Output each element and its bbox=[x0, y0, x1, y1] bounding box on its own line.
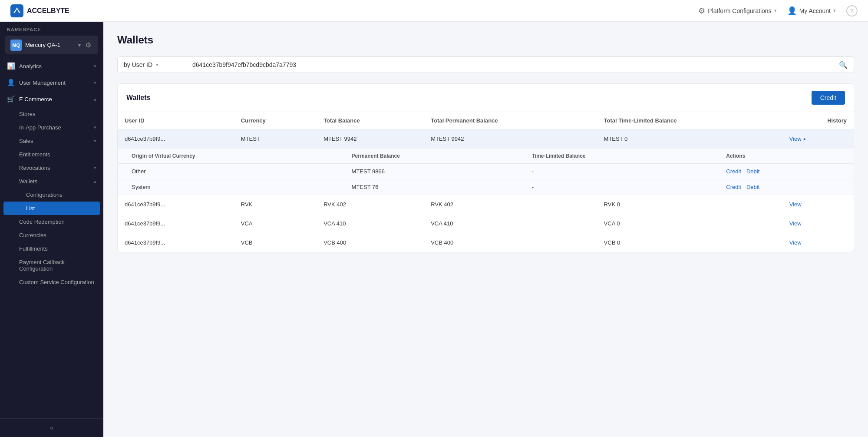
cell-total-balance: RVK 402 bbox=[317, 195, 424, 214]
view-button[interactable]: View ▴ bbox=[789, 136, 847, 142]
sidebar-item-configurations[interactable]: Configurations bbox=[0, 188, 103, 202]
credit-link[interactable]: Credit bbox=[726, 168, 741, 175]
gear-icon-ns[interactable]: ⚙ bbox=[83, 39, 93, 51]
search-input[interactable] bbox=[192, 61, 828, 68]
main-content: Wallets by User ID ▾ 🔍 Wallets Credit bbox=[103, 22, 868, 437]
chevron-icon-ec: ▴ bbox=[94, 96, 96, 102]
col-total-balance: Total Balance bbox=[317, 112, 424, 129]
cell-permanent-balance: VCA 410 bbox=[424, 214, 597, 233]
cell-user-id: d641ce37b9f9... bbox=[118, 129, 234, 149]
credit-link-system[interactable]: Credit bbox=[726, 184, 741, 190]
col-user-id: User ID bbox=[118, 112, 234, 129]
collapse-sidebar-button[interactable]: « bbox=[50, 424, 54, 432]
exp-cell-permanent: MTEST 9866 bbox=[338, 164, 518, 179]
page-title: Wallets bbox=[117, 34, 854, 46]
cell-time-limited-balance: RVK 0 bbox=[597, 195, 782, 214]
search-input-wrap bbox=[187, 57, 833, 73]
cell-user-id: d641ce37b9f9... bbox=[118, 233, 234, 252]
wallets-card: Wallets Credit User ID Currency Total Ba… bbox=[117, 83, 854, 252]
sidebar-item-currencies[interactable]: Currencies bbox=[0, 228, 103, 242]
exp-cell-time-limited: - bbox=[518, 164, 713, 179]
analytics-icon: 📊 bbox=[7, 62, 15, 70]
search-bar: by User ID ▾ 🔍 bbox=[117, 56, 854, 73]
logo-text: ACCELBYTE bbox=[27, 7, 69, 15]
ns-name: Mercury QA-1 bbox=[25, 42, 60, 48]
table-row: d641ce37b9f9... RVK RVK 402 RVK 402 RVK … bbox=[118, 195, 854, 214]
table-row: d641ce37b9f9... MTEST MTEST 9942 MTEST 9… bbox=[118, 129, 854, 149]
cell-permanent-balance: RVK 402 bbox=[424, 195, 597, 214]
exp-col-time-limited: Time-Limited Balance bbox=[518, 149, 713, 164]
credit-button[interactable]: Credit bbox=[812, 91, 845, 105]
chevron-down-icon-ns: ▾ bbox=[78, 42, 81, 48]
help-button[interactable]: ? bbox=[846, 5, 858, 17]
user-management-icon: 👤 bbox=[7, 79, 15, 86]
cell-time-limited-balance: VCB 0 bbox=[597, 233, 782, 252]
search-icon: 🔍 bbox=[839, 61, 848, 69]
namespace-selector[interactable]: MQ Mercury QA-1 ▾ ⚙ bbox=[5, 36, 98, 54]
exp-cell-actions: Credit Debit bbox=[712, 164, 854, 179]
platform-configs-label: Platform Configurations bbox=[708, 7, 771, 14]
my-account-menu[interactable]: 👤 My Account ▾ bbox=[787, 6, 836, 16]
chevron-icon-sales: ▾ bbox=[94, 138, 96, 144]
debit-link[interactable]: Debit bbox=[746, 168, 759, 175]
sidebar-item-user-management[interactable]: 👤 User Management ▾ bbox=[0, 74, 103, 91]
card-header: Wallets Credit bbox=[118, 84, 854, 112]
table-row: d641ce37b9f9... VCA VCA 410 VCA 410 VCA … bbox=[118, 214, 854, 233]
logo[interactable]: ACCELBYTE bbox=[10, 4, 69, 17]
filter-select[interactable]: by User ID ▾ bbox=[118, 57, 187, 73]
exp-cell-origin: Other bbox=[118, 164, 338, 179]
topnav-right: ⚙ Platform Configurations ▾ 👤 My Account… bbox=[698, 5, 858, 17]
expanded-table: Origin of Virtual Currency Permanent Bal… bbox=[118, 149, 854, 195]
sidebar-item-stores[interactable]: Stores bbox=[0, 107, 103, 121]
sidebar-item-payment-callback[interactable]: Payment Callback Configuration bbox=[0, 255, 103, 275]
chevron-icon-um: ▾ bbox=[94, 80, 96, 86]
cell-total-balance: VCA 410 bbox=[317, 214, 424, 233]
sidebar-item-analytics[interactable]: 📊 Analytics ▾ bbox=[0, 58, 103, 74]
cell-view: View ▴ bbox=[782, 129, 854, 149]
chevron-up-icon: ▴ bbox=[803, 136, 806, 142]
exp-col-permanent: Permanent Balance bbox=[338, 149, 518, 164]
filter-label: by User ID bbox=[124, 61, 152, 68]
sidebar-item-entitlements[interactable]: Entitlements bbox=[0, 148, 103, 161]
cell-view: View bbox=[782, 233, 854, 252]
topnav: ACCELBYTE ⚙ Platform Configurations ▾ 👤 … bbox=[0, 0, 868, 22]
sidebar-item-ecommerce[interactable]: 🛒 E Commerce ▴ bbox=[0, 91, 103, 107]
exp-cell-permanent: MTEST 76 bbox=[338, 179, 518, 195]
namespace-label: NAMESPACE bbox=[0, 22, 103, 36]
chevron-down-icon: ▾ bbox=[774, 8, 777, 13]
platform-configs-menu[interactable]: ⚙ Platform Configurations ▾ bbox=[698, 6, 776, 16]
ns-badge: MQ bbox=[10, 40, 22, 51]
sidebar-item-sales[interactable]: Sales ▾ bbox=[0, 134, 103, 148]
cell-view: View bbox=[782, 214, 854, 233]
cell-permanent-balance: MTEST 9942 bbox=[424, 129, 597, 149]
sidebar-item-list[interactable]: List bbox=[3, 202, 100, 215]
cell-user-id: d641ce37b9f9... bbox=[118, 214, 234, 233]
search-icon-wrap[interactable]: 🔍 bbox=[833, 57, 854, 73]
table-body: d641ce37b9f9... MTEST MTEST 9942 MTEST 9… bbox=[118, 129, 854, 252]
user-icon: 👤 bbox=[787, 6, 797, 16]
sidebar-item-wallets[interactable]: Wallets ▴ bbox=[0, 175, 103, 188]
exp-cell-actions: Credit Debit bbox=[712, 179, 854, 195]
sidebar-item-code-redemption[interactable]: Code Redemption bbox=[0, 215, 103, 228]
view-button-vca[interactable]: View bbox=[789, 220, 847, 227]
exp-cell-time-limited: - bbox=[518, 179, 713, 195]
view-button-rvk[interactable]: View bbox=[789, 201, 847, 208]
exp-col-origin: Origin of Virtual Currency bbox=[118, 149, 338, 164]
help-icon: ? bbox=[846, 5, 858, 17]
chevron-down-icon-account: ▾ bbox=[833, 8, 836, 13]
cell-currency: MTEST bbox=[234, 129, 317, 149]
debit-link-system[interactable]: Debit bbox=[746, 184, 759, 190]
sidebar-item-revocations[interactable]: Revocations ▾ bbox=[0, 161, 103, 175]
view-button-vcb[interactable]: View bbox=[789, 239, 847, 246]
expanded-row: Origin of Virtual Currency Permanent Bal… bbox=[118, 149, 854, 195]
sidebar-item-in-app-purchase[interactable]: In-App Purchase ▾ bbox=[0, 121, 103, 134]
sidebar-item-fulfillments[interactable]: Fulfillments bbox=[0, 242, 103, 255]
exp-cell-origin: System bbox=[118, 179, 338, 195]
chevron-icon-analytics: ▾ bbox=[94, 63, 96, 69]
sidebar: NAMESPACE MQ Mercury QA-1 ▾ ⚙ 📊 Analytic… bbox=[0, 22, 103, 437]
sidebar-item-custom-service[interactable]: Custom Service Configuration bbox=[0, 275, 103, 289]
chevron-icon-wallets: ▴ bbox=[94, 179, 96, 184]
cell-total-balance: MTEST 9942 bbox=[317, 129, 424, 149]
col-time-limited-balance: Total Time-Limited Balance bbox=[597, 112, 782, 129]
cell-currency: VCA bbox=[234, 214, 317, 233]
